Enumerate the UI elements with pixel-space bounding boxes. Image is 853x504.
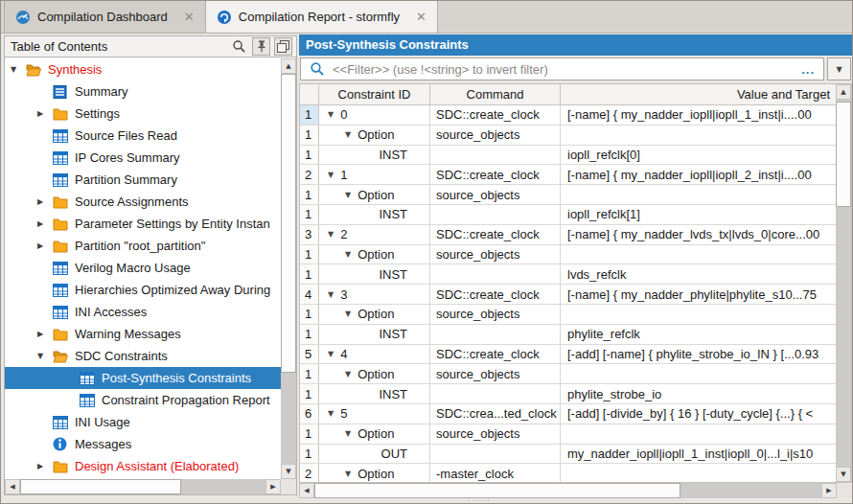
tab-compilation-dashboard[interactable]: Compilation Dashboard ✕ xyxy=(4,1,206,33)
value-and-target-cell[interactable]: [-name] { my_nadder_iopll|iopll_2_inst|i… xyxy=(561,165,836,184)
toc-tree-item[interactable]: Summary xyxy=(5,80,281,103)
table-row[interactable]: 1INSTiopll_refclk[0] xyxy=(300,146,836,166)
row-number-cell[interactable]: 1 xyxy=(300,325,319,344)
pin-icon[interactable] xyxy=(252,37,270,56)
table-row[interactable]: 1▼Optionsource_objects xyxy=(300,424,836,445)
row-number-cell[interactable]: 1 xyxy=(300,305,319,324)
table-row[interactable]: 1▼0SDC::create_clock[-name] { my_nadder_… xyxy=(300,105,836,126)
constraint-id-cell[interactable]: ▼3 xyxy=(319,285,430,304)
value-and-target-cell[interactable]: iopll_refclk[1] xyxy=(561,205,836,224)
command-cell[interactable]: source_objects xyxy=(430,245,561,264)
expander-open-icon[interactable]: ▼ xyxy=(37,352,53,360)
table-vertical-scrollbar[interactable]: ▲ ▼ xyxy=(836,84,851,482)
tab-compilation-report[interactable]: Compilation Report - stormfly ✕ xyxy=(206,1,438,33)
constraint-id-cell[interactable]: ▼Option xyxy=(319,464,430,482)
row-expander-icon[interactable]: ▼ xyxy=(345,309,351,318)
constraint-id-cell[interactable]: INST xyxy=(319,205,430,224)
scroll-down-icon[interactable]: ▼ xyxy=(836,467,851,482)
value-and-target-cell[interactable]: my_nadder_iopll|iopll_1_inst|iopll_0|...… xyxy=(561,445,836,464)
toc-tree-item[interactable]: ▼SDC Constraints xyxy=(5,345,281,367)
table-row[interactable]: 1▼Optionsource_objects xyxy=(300,245,836,265)
command-cell[interactable]: SDC::create_clock xyxy=(430,105,561,125)
column-header-row-number[interactable] xyxy=(300,84,319,104)
toc-tree-item[interactable]: Post-Synthesis Constraints xyxy=(5,367,281,389)
row-number-cell[interactable]: 3 xyxy=(300,225,319,244)
toc-tree-item[interactable]: ▶Warning Messages xyxy=(5,323,281,345)
toc-horizontal-scrollbar[interactable]: ◀ ▶ xyxy=(5,479,281,494)
constraint-id-cell[interactable]: ▼Option xyxy=(319,305,430,324)
row-expander-icon[interactable]: ▼ xyxy=(328,230,334,239)
value-and-target-cell[interactable] xyxy=(561,464,836,482)
filter-more-button[interactable]: ... xyxy=(801,62,815,77)
constraint-id-cell[interactable]: ▼Option xyxy=(319,364,430,383)
scroll-down-icon[interactable]: ▼ xyxy=(281,464,296,479)
command-cell[interactable] xyxy=(430,205,561,224)
row-number-cell[interactable]: 1 xyxy=(300,146,319,165)
value-and-target-cell[interactable]: phylite_refclk xyxy=(561,325,836,344)
scrollbar-thumb[interactable] xyxy=(20,479,181,494)
row-number-cell[interactable]: 1 xyxy=(300,205,319,224)
search-icon[interactable] xyxy=(230,37,248,56)
constraint-id-cell[interactable]: ▼2 xyxy=(319,225,430,244)
column-header-command[interactable]: Command xyxy=(430,84,561,104)
table-row[interactable]: 1OUTmy_nadder_iopll|iopll_1_inst|iopll_0… xyxy=(300,445,836,465)
command-cell[interactable]: SDC::crea...ted_clock xyxy=(430,404,561,424)
row-number-cell[interactable]: 6 xyxy=(300,404,319,424)
scroll-right-icon[interactable]: ▶ xyxy=(821,483,837,498)
scroll-up-icon[interactable]: ▲ xyxy=(281,58,296,74)
constraint-id-cell[interactable]: ▼5 xyxy=(319,404,430,424)
constraint-id-cell[interactable]: ▼0 xyxy=(319,105,430,125)
splitter-handle[interactable]: ······ xyxy=(468,495,491,504)
row-expander-icon[interactable]: ▼ xyxy=(345,130,351,139)
command-cell[interactable] xyxy=(430,445,561,464)
expander-closed-icon[interactable]: ▶ xyxy=(37,219,53,228)
table-row[interactable]: 4▼3SDC::create_clock[-name] { my_nadder_… xyxy=(300,285,836,305)
value-and-target-cell[interactable]: [-add] [-name] { phylite_strobe_io_IN } … xyxy=(561,345,836,364)
row-number-cell[interactable]: 5 xyxy=(300,345,319,364)
toc-tree-item[interactable]: ▶Partition "root_partition" xyxy=(5,235,281,257)
command-cell[interactable]: SDC::create_clock xyxy=(430,225,561,244)
expander-closed-icon[interactable]: ▶ xyxy=(37,330,53,338)
expander-closed-icon[interactable]: ▶ xyxy=(37,109,53,118)
value-and-target-cell[interactable]: [-name] { my_nadder_phylite|phylite_s10.… xyxy=(561,285,836,304)
row-number-cell[interactable]: 1 xyxy=(300,364,319,383)
row-number-cell[interactable]: 1 xyxy=(300,264,319,284)
constraint-id-cell[interactable]: INST xyxy=(319,325,430,344)
row-expander-icon[interactable]: ▼ xyxy=(328,409,334,418)
table-row[interactable]: 5▼4SDC::create_clock[-add] [-name] { phy… xyxy=(300,345,836,365)
constraint-id-cell[interactable]: ▼Option xyxy=(319,245,430,264)
row-number-cell[interactable]: 1 xyxy=(300,424,319,444)
value-and-target-cell[interactable]: [-name] { my_nadder_iopll|iopll_1_inst|i… xyxy=(561,105,836,125)
constraint-id-cell[interactable]: INST xyxy=(319,384,430,403)
command-cell[interactable]: source_objects xyxy=(430,185,561,204)
value-and-target-cell[interactable] xyxy=(561,424,836,444)
expander-open-icon[interactable]: ▼ xyxy=(11,65,26,74)
toc-tree-item[interactable]: INI Accesses xyxy=(5,301,281,323)
command-cell[interactable]: source_objects xyxy=(430,364,561,383)
command-cell[interactable] xyxy=(430,146,561,165)
row-expander-icon[interactable]: ▼ xyxy=(328,171,334,179)
toc-tree-item[interactable]: Partition Summary xyxy=(5,169,281,191)
row-expander-icon[interactable]: ▼ xyxy=(345,429,351,438)
toc-tree-item[interactable]: ▶Design Assistant (Elaborated) xyxy=(5,455,281,477)
value-and-target-cell[interactable]: [-add] [-divide_by] { 16 } [-duty_cycle]… xyxy=(561,404,836,424)
toc-tree-item[interactable]: Messages xyxy=(5,433,281,455)
row-number-cell[interactable]: 1 xyxy=(300,126,319,145)
filter-dropdown-button[interactable]: ▼ xyxy=(827,57,851,80)
table-row[interactable]: 3▼2SDC::create_clock[-name] { my_nadder_… xyxy=(300,225,836,245)
float-window-icon[interactable] xyxy=(274,37,292,56)
value-and-target-cell[interactable] xyxy=(561,364,836,383)
constraint-id-cell[interactable]: OUT xyxy=(319,445,430,464)
command-cell[interactable]: SDC::create_clock xyxy=(430,165,561,184)
constraint-id-cell[interactable]: ▼4 xyxy=(319,345,430,364)
table-row[interactable]: 1INSTphylite_strobe_io xyxy=(300,384,836,404)
scroll-up-icon[interactable]: ▲ xyxy=(836,84,851,100)
row-number-cell[interactable]: 1 xyxy=(300,105,319,125)
constraint-id-cell[interactable]: ▼Option xyxy=(319,424,430,444)
scrollbar-thumb[interactable] xyxy=(836,102,851,207)
row-expander-icon[interactable]: ▼ xyxy=(345,250,351,259)
constraint-id-cell[interactable]: ▼Option xyxy=(319,126,430,145)
table-row[interactable]: 1INSTiopll_refclk[1] xyxy=(300,205,836,225)
table-row[interactable]: 2▼Option-master_clock xyxy=(300,464,836,482)
row-number-cell[interactable]: 1 xyxy=(300,245,319,264)
